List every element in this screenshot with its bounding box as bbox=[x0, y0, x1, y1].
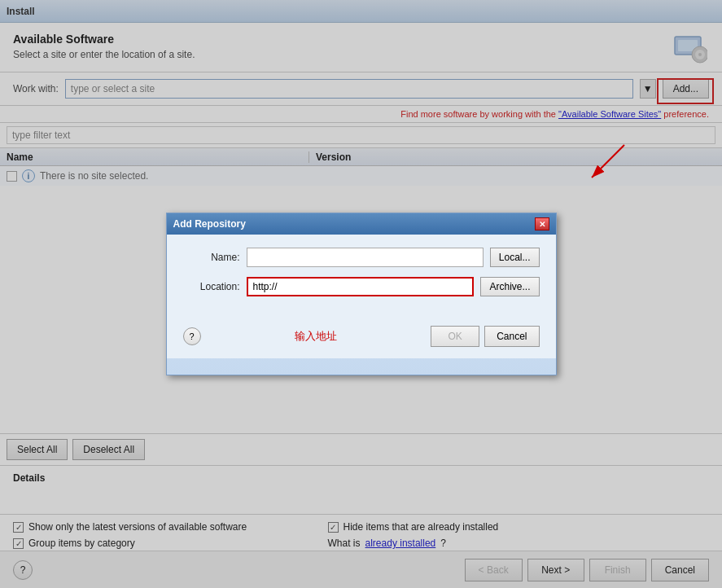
modal-cancel-button[interactable]: Cancel bbox=[484, 326, 539, 347]
modal-body: Name: Local... Location: Archive... bbox=[167, 235, 556, 319]
modal-archive-button[interactable]: Archive... bbox=[480, 277, 539, 296]
modal-title: Add Repository bbox=[173, 218, 246, 230]
modal-location-label: Location: bbox=[183, 281, 240, 292]
modal-name-input[interactable] bbox=[247, 248, 484, 267]
modal-close-button[interactable]: ✕ bbox=[535, 217, 549, 230]
modal-local-button[interactable]: Local... bbox=[490, 248, 540, 267]
modal-footer: ? 输入地址 OK Cancel bbox=[167, 319, 556, 358]
modal-location-row: Location: Archive... bbox=[183, 277, 540, 296]
modal-title-bar: Add Repository ✕ bbox=[167, 213, 556, 235]
modal-location-input[interactable] bbox=[247, 277, 475, 296]
add-repository-dialog: Add Repository ✕ Name: Local... Location… bbox=[166, 213, 557, 375]
modal-help-button[interactable]: ? bbox=[183, 327, 201, 345]
modal-ok-button[interactable]: OK bbox=[431, 326, 479, 347]
modal-hint-text: 输入地址 bbox=[201, 329, 431, 344]
modal-name-row: Name: Local... bbox=[183, 248, 540, 267]
modal-name-label: Name: bbox=[183, 252, 240, 263]
modal-overlay: Add Repository ✕ Name: Local... Location… bbox=[0, 0, 722, 588]
